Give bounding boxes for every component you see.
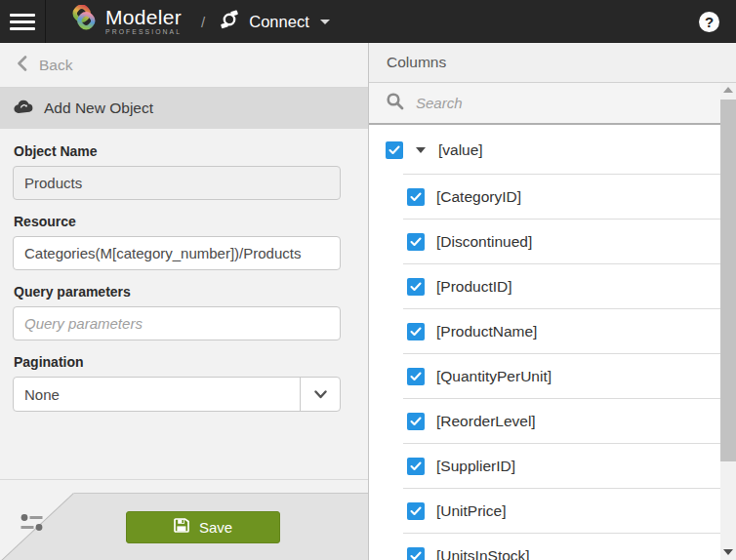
back-button[interactable]: Back (0, 43, 368, 88)
checkbox-checked[interactable] (407, 233, 425, 251)
column-label: [UnitPrice] (436, 502, 507, 520)
checkbox-checked[interactable] (407, 458, 425, 475)
column-label: [value] (438, 141, 483, 159)
column-row[interactable]: [ProductName] (369, 309, 736, 354)
search-input[interactable] (416, 83, 736, 123)
expand-caret-icon[interactable] (416, 147, 426, 153)
save-label: Save (199, 519, 232, 536)
checkbox-checked[interactable] (407, 188, 425, 206)
column-label: [CategoryID] (436, 188, 521, 206)
column-label: [QuantityPerUnit] (436, 368, 552, 385)
checkbox-checked[interactable] (386, 141, 403, 159)
column-row[interactable]: [Discontinued] (369, 220, 736, 264)
modeler-knot-icon (69, 5, 99, 38)
columns-list: [value] [CategoryID] [Discontinued] [Pro… (369, 125, 736, 560)
help-button[interactable]: ? (699, 12, 719, 32)
help-label: ? (705, 14, 714, 30)
column-row[interactable]: [SupplierID] (369, 444, 736, 489)
section-title: Add New Object (44, 100, 153, 117)
pagination-value: None (14, 386, 300, 403)
brand-name: Modeler (105, 7, 182, 27)
chevron-left-icon (17, 56, 27, 75)
checkbox-checked[interactable] (407, 502, 425, 520)
save-button[interactable]: Save (126, 511, 280, 543)
search-icon (386, 92, 404, 114)
column-label: [Discontinued] (436, 233, 532, 251)
left-footer: Save (0, 493, 368, 560)
save-floppy-icon (173, 517, 189, 537)
checkbox-checked[interactable] (407, 413, 425, 430)
back-label: Back (39, 57, 72, 74)
column-row[interactable]: [UnitPrice] (369, 489, 736, 534)
query-parameters-input[interactable] (13, 306, 341, 340)
column-label: [ProductName] (436, 323, 537, 340)
connect-menu[interactable]: Connect (219, 9, 329, 34)
column-row[interactable]: [CategoryID] (369, 175, 736, 220)
main-area: Back Add New Object Object Name Resource (0, 43, 736, 560)
column-row[interactable]: [QuantityPerUnit] (369, 354, 736, 399)
column-label: [ProductID] (436, 278, 512, 296)
settings-sliders-icon[interactable] (20, 512, 45, 537)
brand-subtitle: PROFESSIONAL (105, 29, 182, 36)
app-window: Modeler PROFESSIONAL / Connect ? (0, 0, 736, 560)
left-panel: Back Add New Object Object Name Resource (0, 43, 369, 560)
object-name-input[interactable] (13, 166, 341, 200)
vertical-scrollbar[interactable] (720, 83, 736, 560)
pagination-select[interactable]: None (13, 377, 341, 412)
query-parameters-label: Query parameters (14, 284, 355, 300)
column-label: [UnitsInStock] (436, 547, 530, 560)
resource-label: Resource (14, 214, 355, 229)
connect-label: Connect (249, 13, 308, 31)
scrollbar-thumb[interactable] (720, 100, 736, 461)
select-arrow-button[interactable] (300, 378, 340, 411)
top-bar: Modeler PROFESSIONAL / Connect ? (0, 0, 736, 43)
column-label: [ReorderLevel] (436, 413, 536, 430)
section-header: Add New Object (0, 88, 368, 129)
object-name-label: Object Name (14, 143, 355, 159)
columns-panel: Columns [value] [CategoryID] (369, 43, 736, 560)
connect-icon (219, 9, 240, 34)
columns-header: Columns (369, 43, 736, 83)
scroll-up-arrow-icon[interactable] (723, 87, 733, 93)
columns-title: Columns (387, 54, 446, 71)
cloud-object-icon (14, 100, 34, 118)
checkbox-checked[interactable] (407, 278, 425, 296)
resource-input[interactable] (13, 236, 341, 270)
checkbox-checked[interactable] (407, 547, 425, 560)
column-row[interactable]: [ReorderLevel] (369, 399, 736, 444)
chevron-down-icon (320, 20, 330, 24)
column-row[interactable]: [UnitsInStock] (369, 534, 736, 560)
column-row[interactable]: [value] (369, 125, 736, 175)
scroll-down-arrow-icon[interactable] (723, 549, 733, 555)
checkbox-checked[interactable] (407, 323, 425, 340)
breadcrumb-separator: / (201, 14, 205, 30)
checkbox-checked[interactable] (407, 368, 425, 385)
brand-logo: Modeler PROFESSIONAL (69, 5, 182, 38)
column-label: [SupplierID] (436, 458, 515, 475)
object-form: Object Name Resource Query parameters Pa… (0, 129, 368, 480)
pagination-label: Pagination (14, 354, 355, 370)
column-row[interactable]: [ProductID] (369, 264, 736, 309)
search-bar (369, 83, 736, 125)
hamburger-menu-button[interactable] (0, 0, 46, 43)
